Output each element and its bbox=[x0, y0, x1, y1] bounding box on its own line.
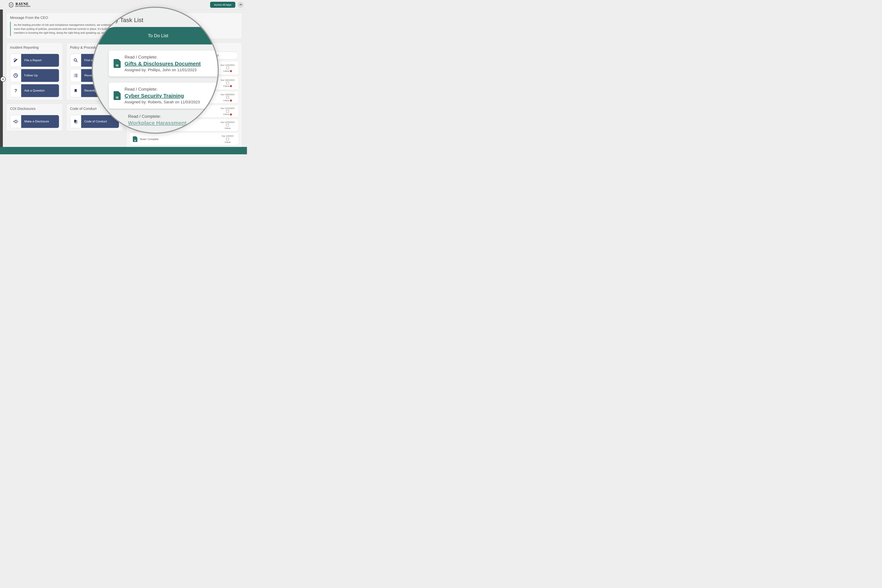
panel-title: Incident Reporting bbox=[10, 45, 59, 50]
svg-text:r: r bbox=[10, 3, 12, 6]
task-due-date: Due 12/15/2023 bbox=[220, 107, 236, 110]
alert-icon: ! bbox=[230, 85, 232, 87]
svg-rect-7 bbox=[74, 120, 76, 122]
list-icon bbox=[73, 73, 78, 78]
task-due-block: Due 11/31/2023Critical! bbox=[220, 64, 236, 72]
svg-point-6 bbox=[74, 76, 75, 77]
calendar-icon bbox=[226, 138, 229, 140]
task-status: Critical bbox=[223, 85, 229, 87]
task-prefix: Read / Complete: bbox=[128, 114, 209, 119]
brand-sub: ENTERPRISES bbox=[15, 6, 31, 7]
magnifier-task-item[interactable]: Read / Complete: Gifts & Disclosures Doc… bbox=[109, 51, 219, 76]
follow-up-tile[interactable]: Follow Up bbox=[10, 69, 59, 82]
task-due-date: Due 12/05/2023 bbox=[220, 93, 236, 96]
user-avatar[interactable]: JR bbox=[238, 2, 243, 8]
task-due-block: Due 12/15/2023Critical! bbox=[220, 107, 236, 116]
task-link[interactable]: Gifts & Disclosures Document bbox=[124, 61, 201, 67]
task-due-block: Due 1/3/2024Critical bbox=[220, 135, 236, 143]
svg-point-4 bbox=[74, 74, 75, 75]
calendar-icon bbox=[226, 82, 229, 84]
top-bar: r RAYNE ENTERPRISES Access All Apps JR bbox=[0, 0, 247, 9]
code-of-conduct-tile[interactable]: Code of Conduct bbox=[70, 115, 119, 128]
alert-icon: ! bbox=[230, 99, 232, 102]
calendar-icon bbox=[226, 110, 229, 112]
search-icon bbox=[73, 58, 78, 63]
calendar-icon bbox=[226, 124, 229, 126]
svg-text:?: ? bbox=[14, 88, 17, 93]
task-assigned: Assigned by: Phillips, John on 11/01/202… bbox=[124, 68, 201, 72]
ask-question-tile[interactable]: ? Ask a Question bbox=[10, 84, 59, 97]
magnifier-overlay: My Task List To Do List Read / Complete:… bbox=[92, 7, 219, 134]
alert-icon: ! bbox=[230, 113, 232, 116]
task-due-block: Due 12/05/2023Critical! bbox=[220, 93, 236, 102]
task-status: Critical bbox=[225, 141, 231, 143]
word-doc-icon bbox=[114, 59, 121, 68]
word-doc-icon bbox=[133, 136, 137, 142]
file-report-tile[interactable]: File a Report bbox=[10, 54, 59, 67]
magnifier-task-item[interactable]: Read / Complete: Cyber Security Training… bbox=[109, 82, 219, 109]
task-prefix: Read / Complete: bbox=[140, 138, 217, 141]
task-due-date: Due 1/3/2024 bbox=[220, 135, 236, 137]
task-due-date: Due 11/31/2023 bbox=[220, 64, 236, 66]
brand-logo-icon: r bbox=[9, 2, 14, 8]
task-assigned: Assigned by: Roberts, Sarah on 11/03/202… bbox=[124, 100, 200, 104]
tile-label: File a Report bbox=[24, 58, 42, 62]
calendar-icon bbox=[226, 96, 229, 99]
task-prefix: Read / Complete: bbox=[124, 87, 200, 92]
clock-icon bbox=[13, 73, 18, 78]
copy-icon bbox=[74, 119, 78, 124]
access-all-apps-button[interactable]: Access All Apps bbox=[210, 2, 236, 8]
page-footer bbox=[0, 147, 247, 154]
sidebar-expand-button[interactable] bbox=[0, 76, 6, 82]
calendar-icon bbox=[226, 67, 229, 69]
tile-label: Follow Up bbox=[24, 74, 38, 77]
tile-label: Make a Disclosure bbox=[24, 120, 49, 123]
question-icon: ? bbox=[13, 88, 18, 93]
brand-logo-block: r RAYNE ENTERPRISES bbox=[9, 2, 31, 8]
edit-icon bbox=[13, 58, 18, 63]
coi-disclosures-panel: COI Disclosures Make a Disclosure bbox=[6, 104, 63, 131]
megaphone-icon bbox=[13, 119, 18, 124]
bookmark-icon bbox=[74, 88, 78, 93]
task-due-date: Due 12/20/2023 bbox=[220, 121, 236, 123]
word-doc-icon bbox=[114, 91, 121, 100]
svg-point-5 bbox=[74, 75, 75, 76]
task-due-date: Due 12/01/2023 bbox=[220, 79, 236, 81]
task-prefix: Read / Complete: bbox=[124, 55, 201, 60]
arrow-right-icon bbox=[2, 78, 4, 81]
alert-icon: ! bbox=[230, 70, 232, 72]
make-disclosure-tile[interactable]: Make a Disclosure bbox=[10, 115, 59, 128]
task-item[interactable]: Read / Complete:Due 1/3/2024Critical bbox=[130, 133, 238, 145]
task-due-block: Due 12/01/2023Critical! bbox=[220, 79, 236, 87]
task-due-block: Due 12/20/2023Critical bbox=[220, 121, 236, 130]
brand-name: RAYNE bbox=[15, 2, 31, 6]
tile-label: Ask a Question bbox=[24, 89, 45, 92]
task-status: Critical bbox=[223, 99, 229, 102]
tile-label: Code of Conduct bbox=[84, 120, 107, 123]
task-status: Critical bbox=[223, 113, 229, 116]
incident-reporting-panel: Incident Reporting File a Report Follow … bbox=[6, 42, 63, 100]
task-link[interactable]: Cyber Security Training bbox=[124, 93, 200, 99]
task-status: Critical bbox=[223, 70, 229, 72]
panel-title: COI Disclosures bbox=[10, 107, 59, 111]
magnifier-tab-todo[interactable]: To Do List bbox=[98, 27, 218, 45]
task-status: Critical bbox=[225, 127, 231, 129]
